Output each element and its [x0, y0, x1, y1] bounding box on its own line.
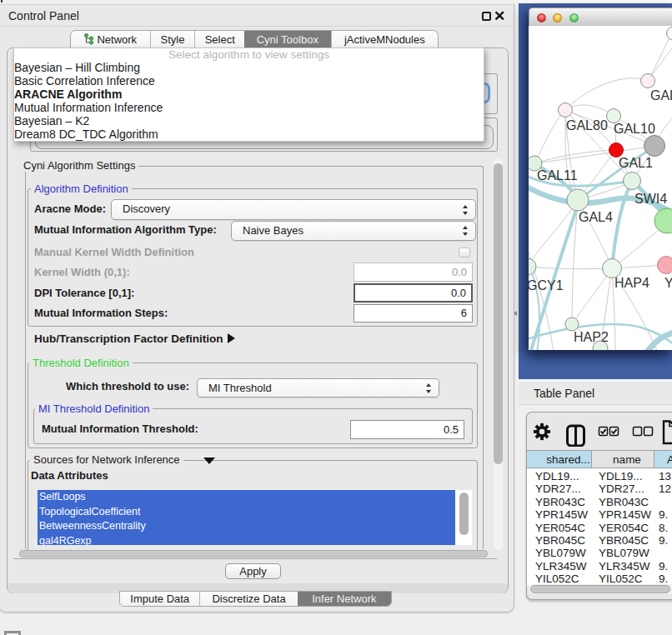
svg-text:GCY1: GCY1: [529, 278, 564, 292]
svg-text:SWI4: SWI4: [634, 192, 667, 206]
svg-text:HAP2: HAP2: [574, 330, 609, 344]
svg-text:Y: Y: [664, 276, 672, 290]
svg-text:GAL80: GAL80: [566, 118, 608, 132]
svg-text:GAL10: GAL10: [614, 122, 655, 136]
svg-text:GAL11: GAL11: [537, 168, 578, 182]
svg-text:GAL4: GAL4: [579, 210, 613, 224]
svg-text:HAP4: HAP4: [614, 276, 649, 290]
svg-text:GAL1: GAL1: [619, 156, 653, 170]
svg-text:GAL7: GAL7: [650, 88, 672, 102]
